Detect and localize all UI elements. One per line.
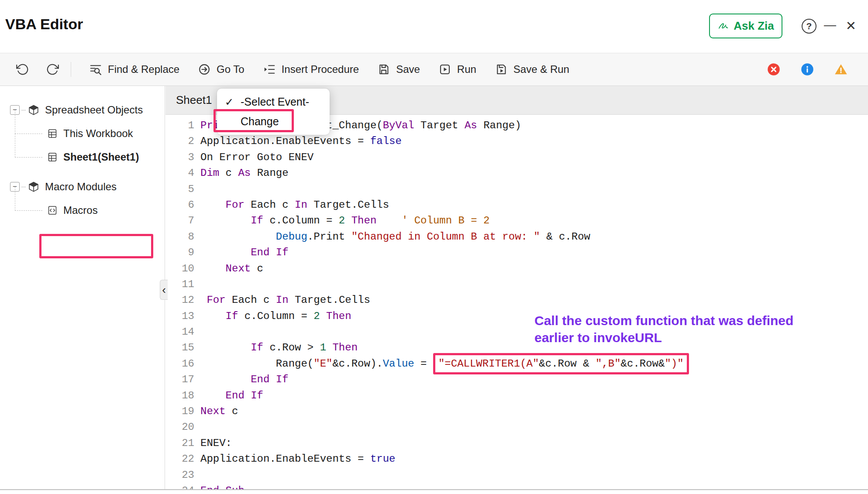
code-token: In	[295, 199, 307, 211]
insert-procedure-button[interactable]: Insert Procedure	[254, 58, 368, 81]
vba-editor-window: VBA Editor Ask Zia ? — ✕	[0, 0, 868, 494]
code-token: ByVal	[383, 120, 414, 131]
line-number: 22	[165, 451, 194, 467]
window-bottom-edge	[0, 489, 868, 494]
code-token: Debug	[276, 231, 307, 243]
save-run-icon	[495, 63, 508, 76]
macros-icon	[47, 205, 58, 216]
code-line[interactable]: 8 Debug.Print "Changed in Column B at ro…	[165, 229, 868, 245]
undo-button[interactable]	[13, 60, 32, 79]
dropdown-option-label: Change	[241, 115, 279, 128]
line-number: 15	[165, 340, 194, 356]
dropdown-option-change[interactable]: Change	[217, 112, 330, 131]
page-title: VBA Editor	[5, 16, 83, 33]
code-line[interactable]: 5	[165, 182, 868, 197]
line-number: 12	[165, 292, 194, 308]
toolbar-divider	[71, 62, 71, 77]
code-token: End If	[251, 374, 288, 385]
code-editor[interactable]: 1Private Sub Worksheet_Change(ByVal Targ…	[165, 115, 868, 494]
find-replace-button[interactable]: Find & Replace	[80, 58, 189, 81]
redo-icon	[46, 63, 59, 76]
code-token: &c.Row).	[332, 358, 382, 370]
line-number: 8	[165, 229, 194, 245]
code-token	[320, 310, 326, 322]
line-number: 7	[165, 213, 194, 229]
annotation-box-code-highlight: "=CALLWRITER1(A"&c.Row & ",B"&c.Row&")"	[433, 353, 689, 374]
annotation-callout: Call the custom function that was define…	[534, 312, 793, 346]
redo-button[interactable]	[43, 60, 62, 79]
code-line[interactable]: 19Next c	[165, 404, 868, 419]
code-token: Next	[200, 405, 226, 417]
code-line[interactable]: 9 End If	[165, 245, 868, 261]
code-token: true	[370, 453, 396, 465]
code-text: Dim c As Range	[200, 165, 289, 181]
sidebar-collapse-handle[interactable]: ‹	[160, 280, 168, 300]
code-line[interactable]: 2Application.EnableEvents = false	[165, 134, 868, 149]
code-token: &c.Row &	[539, 358, 596, 370]
help-icon[interactable]: ?	[802, 19, 816, 34]
code-token: Target.Cells	[307, 199, 389, 211]
code-line[interactable]: 10 Next c	[165, 261, 868, 277]
code-text: If c.Row > 1 Then	[200, 340, 358, 356]
save-run-button[interactable]: Save & Run	[486, 58, 579, 81]
minimize-icon[interactable]: —	[823, 17, 837, 32]
callout-line1: Call the custom function that was define…	[534, 312, 793, 329]
code-line[interactable]: 11	[165, 277, 868, 292]
code-token: If	[251, 215, 263, 226]
code-token: In	[276, 294, 289, 306]
tree-item-macros[interactable]: Macros	[0, 199, 165, 222]
code-line[interactable]: 23	[165, 467, 868, 483]
code-token: 1	[320, 342, 326, 353]
code-line[interactable]: 3On Error Goto ENEV	[165, 150, 868, 165]
code-line[interactable]: 6 For Each c In Target.Cells	[165, 197, 868, 213]
line-number: 2	[165, 134, 194, 149]
code-text: ENEV:	[200, 436, 232, 451]
save-label: Save	[396, 63, 420, 75]
save-button[interactable]: Save	[368, 58, 429, 81]
tree-item-sheet1[interactable]: Sheet1(Sheet1)	[0, 145, 165, 169]
info-badge[interactable]	[800, 62, 814, 77]
code-text: If c.Column = 2 Then ' Column B = 2	[200, 213, 490, 229]
line-number: 10	[165, 261, 194, 277]
code-line[interactable]: 12 For Each c In Target.Cells	[165, 292, 868, 308]
code-token: false	[370, 135, 402, 147]
code-line[interactable]: 16 Range("E"&c.Row).Value = "=CALLWRITER…	[165, 356, 868, 372]
code-line[interactable]: 21ENEV:	[165, 436, 868, 451]
sheet-icon	[47, 152, 58, 162]
tab-sheet1[interactable]: Sheet1	[176, 93, 212, 107]
code-token: c	[219, 167, 238, 179]
save-run-label: Save & Run	[513, 63, 569, 75]
code-line[interactable]: 4Dim c As Range	[165, 165, 868, 181]
code-token: For	[226, 199, 245, 211]
insert-procedure-label: Insert Procedure	[282, 63, 359, 75]
code-line[interactable]: 20	[165, 419, 868, 435]
dropdown-option-label: -Select Event-	[241, 96, 309, 108]
code-token: If	[226, 310, 238, 322]
run-button[interactable]: Run	[429, 58, 486, 81]
warnings-badge[interactable]	[834, 62, 848, 77]
code-token: ENEV:	[200, 437, 232, 449]
object-tree-sidebar: − Spreadsheet Objects This Workbook She	[0, 86, 165, 494]
code-token: &c.Row&	[621, 358, 665, 370]
code-token	[200, 263, 226, 274]
chevron-left-icon: ‹	[162, 283, 166, 297]
code-text: For Each c In Target.Cells	[200, 292, 370, 308]
code-token: c.Column =	[263, 215, 339, 226]
dropdown-option-select-event[interactable]: ✓ -Select Event-	[217, 92, 330, 112]
code-token: Application.EnableEvents =	[200, 453, 370, 465]
goto-button[interactable]: Go To	[189, 58, 254, 81]
line-number: 5	[165, 182, 194, 197]
run-icon	[438, 63, 451, 76]
code-token: Each c	[245, 199, 295, 211]
code-line[interactable]: 18 End If	[165, 388, 868, 404]
code-line[interactable]: 7 If c.Column = 2 Then ' Column B = 2	[165, 213, 868, 229]
tree-item-label: Sheet1(Sheet1)	[63, 151, 139, 163]
code-line[interactable]: 22Application.EnableEvents = true	[165, 451, 868, 467]
code-token: "=CALLWRITER1(A"	[438, 358, 539, 370]
code-text: Range("E"&c.Row).Value = "=CALLWRITER1(A…	[200, 356, 689, 372]
goto-label: Go To	[217, 63, 245, 75]
close-icon[interactable]: ✕	[844, 18, 858, 33]
code-token: ' Column B = 2	[402, 215, 490, 226]
errors-badge[interactable]	[766, 62, 781, 77]
ask-zia-button[interactable]: Ask Zia	[709, 14, 782, 38]
